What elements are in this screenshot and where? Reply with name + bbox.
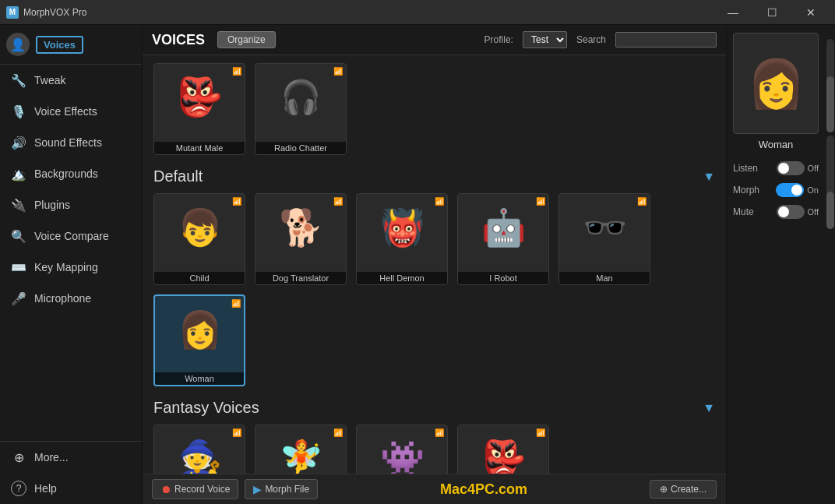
morph-label: Morph File: [265, 484, 309, 495]
default-section-title: Default: [153, 167, 203, 185]
voice-card-man[interactable]: 📶 🕶️ Man: [558, 193, 650, 285]
morph-toggle-state: On: [807, 185, 819, 195]
voice-card-dog-translator[interactable]: 📶 🐕 Dog Translator: [255, 193, 347, 285]
sidebar-item-key-mapping[interactable]: ⌨️ Key Mapping: [0, 252, 142, 283]
organize-button[interactable]: Organize: [217, 31, 276, 48]
search-label: Search: [576, 34, 606, 45]
search-input[interactable]: [615, 32, 717, 48]
vertical-sliders: [822, 33, 834, 229]
sidebar-label-backgrounds: Backgrounds: [34, 167, 98, 180]
app-icon: M: [6, 6, 19, 19]
plugins-icon: 🔌: [11, 197, 26, 213]
profile-select[interactable]: Test: [523, 31, 567, 48]
avatar: 👤: [6, 33, 30, 56]
voice-card-female-pixie[interactable]: 📶 🧚 Female Pixie: [255, 425, 347, 474]
tweak-icon: 🔧: [11, 72, 26, 88]
voice-card-image: 🧚: [255, 425, 346, 474]
titlebar: M MorphVOX Pro — ☐ ✕: [0, 0, 835, 25]
record-icon: ⏺: [160, 483, 171, 495]
mute-label: Mute: [733, 206, 754, 217]
slider-1[interactable]: [826, 39, 834, 132]
sidebar-item-voice-compare[interactable]: 🔍 Voice Compare: [0, 220, 142, 252]
sidebar-label-help: Help: [34, 482, 57, 495]
minimize-button[interactable]: —: [715, 0, 751, 25]
default-voice-grid: 📶 👦 Child 📶 🐕 Dog Translator 📶 👹 Hell De…: [153, 193, 715, 386]
more-icon: ⊕: [11, 449, 26, 465]
voice-card-nasty-gnome[interactable]: 📶 👺 Nasty Gnome: [457, 425, 549, 474]
recent-voices-row: 📶 👺 Mutant Male 📶 🎧 Radio Chatter: [153, 63, 715, 155]
sidebar-item-voice-effects[interactable]: 🎙️ Voice Effects: [0, 96, 142, 127]
sidebar-item-help[interactable]: ? Help: [0, 473, 142, 504]
voices-button[interactable]: Voices: [36, 36, 83, 54]
create-label: Create...: [671, 484, 706, 495]
fantasy-section-header: Fantasy Voices ▼: [153, 399, 715, 417]
voice-card-image: 👩: [155, 296, 244, 362]
sidebar-bottom: ⊕ More... ? Help: [0, 441, 142, 504]
main-layout: 👤 Voices 🔧 Tweak 🎙️ Voice Effects 🔊 Soun…: [0, 25, 835, 504]
preview-image: 👩: [733, 33, 819, 134]
mute-control-row: Mute Off: [733, 205, 819, 219]
sidebar-item-sound-effects[interactable]: 🔊 Sound Effects: [0, 127, 142, 158]
sidebar-label-voice-effects: Voice Effects: [34, 105, 97, 118]
voice-card-label: Woman: [155, 372, 244, 385]
voice-card-image: 🧙: [154, 425, 245, 474]
listen-toggle-state: Off: [808, 164, 819, 173]
avatar-icon: 👤: [10, 37, 26, 52]
morph-file-button[interactable]: ▶ Morph File: [245, 479, 318, 499]
voice-card-child[interactable]: 📶 👦 Child: [153, 193, 245, 285]
sidebar-item-backgrounds[interactable]: 🏔️ Backgrounds: [0, 158, 142, 189]
voice-card-image: 👺: [458, 425, 548, 474]
sidebar-label-plugins: Plugins: [34, 199, 70, 211]
backgrounds-icon: 🏔️: [11, 166, 26, 182]
profile-label: Profile:: [484, 34, 513, 45]
listen-toggle-track[interactable]: [777, 161, 805, 175]
voice-card-label: Dog Translator: [255, 272, 346, 284]
create-button[interactable]: ⊕ Create...: [650, 480, 717, 499]
key-mapping-icon: ⌨️: [11, 259, 26, 275]
sidebar-item-plugins[interactable]: 🔌 Plugins: [0, 189, 142, 220]
watermark: Mac4PC.com: [324, 481, 643, 498]
voice-card-image: 👹: [357, 194, 447, 260]
voice-card-woman[interactable]: 📶 👩 Woman: [153, 294, 245, 386]
listen-toggle[interactable]: Off: [777, 161, 819, 175]
create-plus-icon: ⊕: [660, 484, 668, 495]
sidebar-label-tweak: Tweak: [34, 74, 65, 86]
fantasy-collapse-button[interactable]: ▼: [703, 401, 715, 415]
sidebar-item-microphone[interactable]: 🎤 Microphone: [0, 283, 142, 314]
app-title: MorphVOX Pro: [23, 7, 715, 18]
voice-card-dwarf[interactable]: 📶 🧙 Dwarf: [153, 425, 245, 474]
morph-control-row: Morph On: [733, 183, 819, 197]
window-controls: — ☐ ✕: [715, 0, 829, 25]
sidebar-item-more[interactable]: ⊕ More...: [0, 442, 142, 473]
record-voice-button[interactable]: ⏺ Record Voice: [152, 479, 238, 499]
voice-card-image: 🐕: [255, 194, 346, 260]
preview-face-icon: 👩: [747, 56, 805, 111]
fantasy-voice-grid: 📶 🧙 Dwarf 📶 🧚 Female Pixie 📶 👾 Giant 📶: [153, 425, 715, 474]
voice-card-mutant-male[interactable]: 📶 👺 Mutant Male: [153, 63, 245, 155]
voice-card-giant[interactable]: 📶 👾 Giant: [356, 425, 448, 474]
sidebar: 👤 Voices 🔧 Tweak 🎙️ Voice Effects 🔊 Soun…: [0, 25, 143, 504]
sidebar-label-more: More...: [34, 451, 69, 463]
voice-card-hell-demon[interactable]: 📶 👹 Hell Demon: [356, 193, 448, 285]
default-collapse-button[interactable]: ▼: [703, 170, 715, 184]
voice-effects-icon: 🎙️: [11, 104, 26, 119]
voice-card-label: I Robot: [458, 272, 548, 284]
right-panel: 👩 Woman Listen Off Morph: [726, 25, 835, 504]
voices-scroll-area[interactable]: 📶 👺 Mutant Male 📶 🎧 Radio Chatter Defaul…: [143, 55, 726, 474]
mute-toggle-track[interactable]: [777, 205, 805, 219]
listen-label: Listen: [733, 163, 758, 174]
content-area: VOICES Organize Profile: Test Search 📶 👺…: [143, 25, 726, 504]
sidebar-item-tweak[interactable]: 🔧 Tweak: [0, 65, 142, 96]
mute-toggle[interactable]: Off: [777, 205, 819, 219]
voice-card-radio-chatter[interactable]: 📶 🎧 Radio Chatter: [255, 63, 347, 155]
morph-toggle-track[interactable]: [776, 183, 804, 197]
sidebar-header: 👤 Voices: [0, 25, 142, 65]
mute-toggle-state: Off: [808, 207, 819, 217]
slider-2[interactable]: [826, 136, 834, 229]
fantasy-section-title: Fantasy Voices: [153, 399, 259, 417]
morph-toggle[interactable]: On: [776, 183, 819, 197]
sidebar-label-key-mapping: Key Mapping: [34, 261, 98, 273]
close-button[interactable]: ✕: [793, 0, 829, 25]
voice-card-i-robot[interactable]: 📶 🤖 I Robot: [457, 193, 549, 285]
maximize-button[interactable]: ☐: [754, 0, 790, 25]
